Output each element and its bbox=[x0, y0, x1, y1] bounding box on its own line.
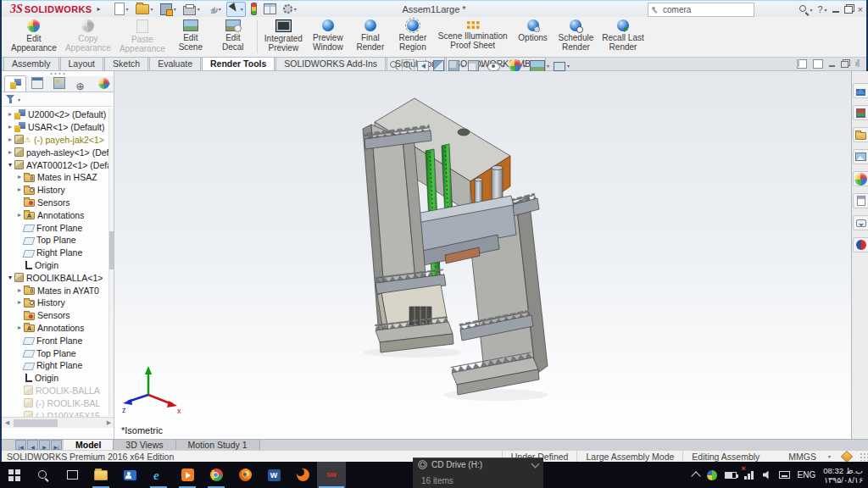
dropdown-caret-icon[interactable] bbox=[151, 6, 153, 12]
dropdown-caret-icon[interactable] bbox=[241, 6, 243, 12]
ribbon-button[interactable]: Scene Illumination Proof Sheet bbox=[434, 17, 512, 57]
tree-vertical-scrollbar[interactable] bbox=[108, 108, 114, 416]
tree-item[interactable]: ⚠ payeh-asley<1> (Defa bbox=[2, 146, 109, 158]
quick-access-button[interactable] bbox=[281, 3, 298, 16]
task-pane-button[interactable] bbox=[853, 149, 868, 164]
expand-arrow-icon[interactable] bbox=[6, 134, 14, 146]
dropdown-caret-icon[interactable] bbox=[174, 6, 176, 12]
tree-item[interactable]: ⚠ Mates in AYAT0 bbox=[2, 284, 109, 297]
dropdown-caret-icon[interactable] bbox=[523, 63, 526, 69]
language-indicator[interactable]: ENG bbox=[798, 470, 816, 480]
taskbar-button[interactable] bbox=[231, 462, 259, 488]
quick-access-button[interactable] bbox=[262, 3, 278, 16]
dropdown-caret-icon[interactable] bbox=[502, 63, 504, 69]
ribbon-button[interactable]: Edit Appearance bbox=[7, 17, 61, 57]
tree-item[interactable]: ⚠ Front Plane bbox=[2, 221, 109, 234]
tab-scroll-button[interactable] bbox=[51, 440, 62, 450]
tray-button[interactable] bbox=[763, 471, 771, 480]
close-button[interactable]: × bbox=[858, 4, 863, 14]
taskbar-button[interactable] bbox=[29, 462, 58, 488]
expand-arrow-icon[interactable] bbox=[15, 297, 24, 308]
tree-horizontal-scrollbar[interactable]: ◀ ▶ bbox=[2, 417, 114, 428]
manager-tab[interactable] bbox=[48, 75, 70, 92]
command-tab[interactable]: Assembly bbox=[3, 57, 59, 70]
dropdown-caret-icon[interactable] bbox=[294, 6, 297, 12]
heads-up-button[interactable] bbox=[530, 60, 549, 72]
filter-funnel-icon[interactable] bbox=[6, 94, 16, 104]
ribbon-button[interactable]: Render Region bbox=[392, 17, 434, 57]
scrollbar-thumb[interactable] bbox=[109, 231, 114, 269]
manager-tabs-overflow[interactable]: › bbox=[108, 80, 110, 88]
maximize-button[interactable] bbox=[844, 6, 853, 14]
dropdown-caret-icon[interactable] bbox=[126, 6, 129, 12]
taskbar-button[interactable] bbox=[173, 462, 202, 488]
search-box[interactable] bbox=[648, 3, 754, 17]
taskbar-button[interactable] bbox=[259, 462, 288, 488]
tab-scroll-button[interactable] bbox=[15, 440, 26, 450]
task-pane-button[interactable] bbox=[853, 83, 868, 98]
dropdown-caret-icon[interactable] bbox=[547, 63, 549, 69]
tab-scroll-button[interactable] bbox=[27, 440, 38, 450]
heads-up-button[interactable] bbox=[417, 61, 429, 71]
tray-button[interactable] bbox=[707, 470, 717, 480]
quick-access-button[interactable] bbox=[159, 3, 178, 16]
quick-access-button[interactable] bbox=[249, 3, 259, 16]
split-left-icon[interactable] bbox=[797, 59, 807, 69]
expand-arrow-icon[interactable] bbox=[15, 184, 24, 196]
scroll-right-icon[interactable]: ▶ bbox=[103, 419, 114, 426]
tree-item[interactable]: ⚠ Right Plane bbox=[2, 247, 109, 259]
doc-restore-icon[interactable] bbox=[841, 61, 849, 68]
expand-arrow-icon[interactable] bbox=[6, 147, 14, 158]
ribbon-button[interactable]: Edit Scene bbox=[170, 17, 212, 57]
dropdown-caret-icon[interactable] bbox=[461, 63, 464, 69]
task-pane-button[interactable] bbox=[853, 171, 868, 186]
expand-arrow-icon[interactable] bbox=[6, 272, 14, 284]
chevron-down-icon[interactable] bbox=[531, 460, 540, 469]
manager-tab[interactable] bbox=[26, 75, 48, 92]
filter-caret-icon[interactable]: ▾ bbox=[18, 97, 20, 103]
task-pane-button[interactable] bbox=[853, 237, 868, 252]
clock[interactable]: 08:32 ب.ظ ۱۳۹۵/۰۸/۱۶ bbox=[823, 466, 863, 485]
ribbon-button[interactable]: Recall Last Render bbox=[598, 17, 648, 57]
heads-up-button[interactable] bbox=[433, 60, 444, 71]
heads-up-button[interactable] bbox=[487, 61, 504, 71]
ribbon-button[interactable]: Final Render bbox=[349, 17, 392, 57]
tree-item[interactable]: ⚠ Sensors bbox=[2, 309, 109, 322]
dropdown-caret-icon[interactable] bbox=[198, 6, 200, 12]
command-tab[interactable]: Render Tools bbox=[202, 57, 275, 70]
task-pane-button[interactable] bbox=[853, 215, 868, 230]
tree-item[interactable]: ⚠ Top Plane bbox=[2, 234, 109, 247]
taskbar-button[interactable] bbox=[288, 462, 317, 488]
tray-button[interactable] bbox=[779, 471, 790, 479]
expand-arrow-icon[interactable] bbox=[6, 108, 14, 120]
taskbar-button[interactable] bbox=[0, 462, 29, 488]
drive-row[interactable]: CD Drive (H:) bbox=[413, 458, 543, 469]
tree-item[interactable]: ⚠ ROOLIK-BALLA bbox=[2, 385, 109, 397]
help-button[interactable]: ?▾ bbox=[817, 4, 826, 14]
tree-item[interactable]: ⚠ Right Plane bbox=[2, 359, 109, 372]
expand-arrow-icon[interactable] bbox=[15, 285, 24, 297]
units-selector[interactable]: MMGS ▾ bbox=[768, 452, 843, 462]
heads-up-button[interactable] bbox=[468, 60, 483, 71]
search-input[interactable] bbox=[661, 4, 741, 15]
split-right-icon[interactable] bbox=[813, 59, 823, 69]
dropdown-caret-icon[interactable] bbox=[481, 63, 483, 69]
heads-up-button[interactable] bbox=[509, 59, 526, 72]
tree-item[interactable]: ⚠ U2000<2> (Default) bbox=[2, 108, 109, 121]
quick-access-button[interactable] bbox=[226, 2, 246, 17]
tree-item[interactable]: ⚠ Sensors bbox=[2, 197, 109, 209]
tray-button[interactable]: × bbox=[744, 470, 755, 480]
doc-minimize-icon[interactable] bbox=[829, 65, 835, 67]
task-pane-button[interactable] bbox=[853, 105, 868, 120]
taskbar-button[interactable] bbox=[202, 462, 231, 488]
tree-item[interactable]: ⚠ Annotations bbox=[2, 208, 109, 221]
tree-item[interactable]: ⚠ (-) ROOLIK-BAL bbox=[2, 396, 109, 409]
expand-arrow-icon[interactable] bbox=[15, 322, 24, 334]
expand-arrow-icon[interactable] bbox=[6, 121, 14, 133]
expand-arrow-icon[interactable] bbox=[15, 209, 24, 221]
tray-button[interactable] bbox=[725, 472, 737, 479]
ribbon-button[interactable]: Copy Appearance bbox=[61, 17, 115, 57]
manager-tab[interactable] bbox=[92, 75, 114, 92]
tree-item[interactable]: ⚠ AYAT00012<1> (Defau bbox=[2, 158, 109, 171]
tree-item[interactable]: ⚠ Annotations bbox=[2, 322, 109, 335]
